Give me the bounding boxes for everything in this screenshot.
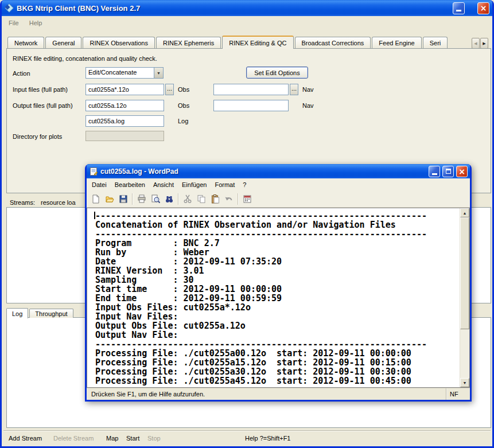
output-nav-field[interactable]: [213, 100, 289, 111]
wordpad-titlebar[interactable]: cut0255a.log - WordPad ×: [87, 164, 470, 178]
wordpad-window-title: cut0255a.log - WordPad: [100, 167, 426, 176]
menu-hilfe[interactable]: ?: [239, 180, 250, 189]
maximize-icon: [446, 169, 451, 174]
footer-divider: [3, 430, 491, 431]
tab-broadcast-corrections[interactable]: Broadcast Corrections: [295, 37, 371, 48]
toolbar-separator: [178, 193, 178, 205]
bnc-menubar: File Help: [3, 16, 491, 30]
browse-input-obs-button[interactable]: ...: [165, 84, 174, 95]
toolbar-separator: [238, 193, 238, 205]
menu-bearbeiten[interactable]: Bearbeiten: [111, 180, 149, 189]
menu-ansicht[interactable]: Ansicht: [149, 180, 178, 189]
paste-icon[interactable]: [208, 192, 221, 206]
tab-feed-engine[interactable]: Feed Engine: [372, 37, 421, 48]
cut-icon: [181, 192, 194, 206]
stop-button: Stop: [147, 435, 161, 442]
menu-datei[interactable]: Datei: [88, 180, 111, 189]
wordpad-app-icon: [89, 167, 98, 176]
streams-header-partial: resource loa: [41, 199, 76, 206]
browse-input-nav-button[interactable]: ...: [290, 84, 298, 95]
save-icon[interactable]: [116, 192, 130, 206]
open-file-icon[interactable]: [103, 192, 116, 206]
delete-stream-button: Delete Stream: [53, 435, 94, 442]
text-cursor: [94, 212, 95, 219]
tab-general[interactable]: General: [45, 37, 81, 48]
menu-format[interactable]: Format: [211, 180, 239, 189]
menu-help[interactable]: Help: [24, 18, 48, 28]
vertical-scrollbar[interactable]: ▲ ▼: [460, 208, 469, 387]
statusbar-help-text: Drücken Sie F1, um die Hilfe aufzurufen.: [87, 391, 446, 398]
menu-file[interactable]: File: [3, 18, 24, 28]
output-obs-unit-label: Obs: [178, 102, 189, 109]
plots-directory-field: [85, 131, 164, 141]
tab-rinex-editing-qc[interactable]: RINEX Editing & QC: [222, 36, 293, 49]
input-nav-unit-label: Nav: [302, 86, 314, 93]
statusbar-numlock-indicator: NF: [446, 388, 470, 400]
add-stream-button[interactable]: Add Stream: [9, 435, 42, 442]
log-file-content[interactable]: ----------------------------------------…: [87, 208, 469, 385]
tab-network[interactable]: Network: [7, 37, 44, 48]
bnc-window-title: BKG Ntrip Client (BNC) Version 2.7: [17, 4, 450, 13]
set-edit-options-button[interactable]: Set Edit Options: [246, 67, 308, 79]
bnc-titlebar[interactable]: BKG Ntrip Client (BNC) Version 2.7 ×: [2, 0, 492, 16]
input-obs-unit-label: Obs: [178, 86, 189, 93]
output-files-label: Output files (full path): [13, 102, 73, 109]
minimize-button[interactable]: [453, 2, 465, 14]
start-button[interactable]: Start: [126, 435, 139, 442]
minimize-icon: [432, 173, 437, 175]
map-button[interactable]: Map: [106, 435, 118, 442]
output-obs-field[interactable]: [85, 100, 164, 111]
document-area[interactable]: ----------------------------------------…: [87, 208, 470, 388]
copy-icon: [195, 192, 208, 206]
date-time-icon[interactable]: [240, 192, 254, 206]
tab-throughput[interactable]: Throughput: [29, 309, 73, 318]
tab-rinex-ephemeris[interactable]: RINEX Ephemeris: [156, 37, 221, 48]
input-obs-field[interactable]: [85, 84, 164, 95]
panel-description: RINEX file editing, concatenation and qu…: [13, 55, 157, 62]
help-shortcut-label[interactable]: Help ?=Shift+F1: [245, 435, 291, 442]
close-icon: ×: [480, 4, 487, 12]
input-files-label: Input files (full path): [13, 86, 68, 93]
wordpad-minimize-button[interactable]: [429, 166, 440, 177]
undo-icon: [222, 192, 235, 206]
wordpad-statusbar: Drücken Sie F1, um die Hilfe aufzurufen.…: [87, 388, 470, 400]
minimize-icon: [456, 10, 461, 11]
bnc-tabbar: Network General RINEX Observations RINEX…: [7, 36, 469, 49]
tab-scroll-right-icon[interactable]: ▶: [480, 38, 488, 49]
scrollbar-thumb[interactable]: [460, 217, 469, 329]
plots-directory-label: Directory for plots: [13, 133, 62, 140]
menu-einfuegen[interactable]: Einfügen: [178, 180, 211, 189]
bnc-app-icon: [5, 3, 14, 13]
tab-serial-output[interactable]: Seri: [423, 37, 448, 48]
tab-rinex-observations[interactable]: RINEX Observations: [83, 37, 154, 48]
streams-label: Streams:: [10, 199, 35, 206]
toolbar-separator: [132, 193, 133, 205]
scroll-down-icon[interactable]: ▼: [460, 378, 469, 387]
print-preview-icon[interactable]: [149, 192, 162, 206]
output-nav-unit-label: Nav: [302, 102, 314, 109]
wordpad-maximize-button[interactable]: [442, 166, 454, 177]
tab-log[interactable]: Log: [6, 308, 28, 318]
new-document-icon[interactable]: [89, 192, 102, 206]
wordpad-menubar: Datei Bearbeiten Ansicht Einfügen Format…: [87, 178, 470, 190]
scroll-up-icon[interactable]: ▲: [460, 208, 469, 217]
bottom-tabbar: Log Throughput: [6, 307, 75, 318]
print-icon[interactable]: [135, 192, 148, 206]
action-combobox-value: Edit/Concatenate: [86, 68, 154, 78]
wordpad-window: cut0255a.log - WordPad × Datei Bearbeite…: [85, 164, 472, 402]
output-log-field[interactable]: [85, 115, 164, 127]
action-combobox[interactable]: Edit/Concatenate ▼: [85, 67, 164, 79]
close-button[interactable]: ×: [477, 2, 489, 14]
wordpad-close-button[interactable]: ×: [456, 166, 468, 177]
tab-scroll-left-icon[interactable]: ◀: [472, 38, 480, 49]
find-icon[interactable]: [162, 192, 176, 206]
close-icon: ×: [458, 167, 465, 176]
wordpad-toolbar: [87, 190, 470, 208]
output-log-unit-label: Log: [178, 118, 188, 124]
action-label: Action: [13, 70, 30, 77]
chevron-down-icon[interactable]: ▼: [154, 68, 163, 78]
input-nav-field[interactable]: [213, 84, 289, 95]
